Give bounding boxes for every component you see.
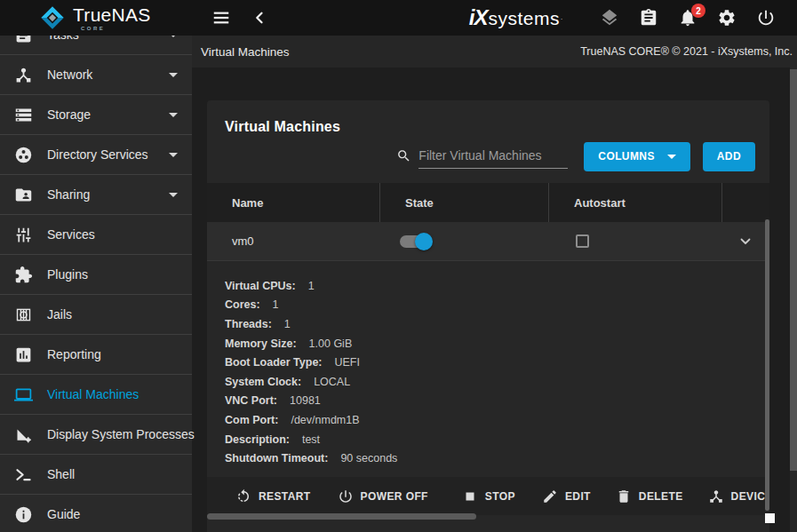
network-icon — [12, 64, 34, 85]
sharing-folder-icon — [12, 184, 34, 205]
table-row[interactable]: vm0 — [207, 222, 769, 261]
sidebar-item-label: Directory Services — [47, 147, 148, 162]
devices-button[interactable]: DEVICES — [708, 488, 769, 504]
chevron-down-icon — [667, 155, 676, 159]
breadcrumb[interactable]: Virtual Machines — [201, 45, 290, 59]
detail-row: Threads:1 — [225, 314, 769, 334]
power-off-icon — [338, 488, 354, 504]
truenas-app: Tasks Network Storage — [0, 0, 797, 532]
settings-gear-icon[interactable] — [717, 8, 737, 28]
autostart-checkbox[interactable] — [576, 234, 589, 248]
power-off-button[interactable]: POWER OFF — [338, 488, 428, 504]
detail-row: Boot Loader Type:UEFI — [225, 353, 769, 372]
virtual-machines-laptop-icon — [12, 384, 34, 405]
chevron-left-icon[interactable] — [250, 7, 271, 28]
horizontal-scrollbar[interactable] — [207, 513, 476, 520]
breadcrumb-bar: Virtual Machines TrueNAS CORE® © 2021 - … — [192, 36, 797, 67]
storage-icon — [12, 104, 34, 125]
truecommand-layers-icon[interactable] — [600, 8, 619, 28]
chevron-down-icon — [169, 73, 178, 77]
truenas-logo[interactable]: TrueNAS CORE — [0, 4, 192, 31]
directory-services-icon — [12, 144, 34, 165]
sidebar-item-label: Network — [47, 67, 92, 82]
stop-icon — [462, 488, 478, 504]
restart-icon — [235, 488, 251, 504]
reporting-chart-icon — [12, 344, 34, 365]
detail-row: Shutdown Timeout:90 seconds — [225, 449, 769, 468]
state-toggle[interactable] — [400, 235, 430, 248]
main-content: Virtual Machines COLUMNS ADD Name — [192, 67, 797, 532]
table-header-row: Name State Autostart — [207, 183, 769, 222]
columns-button[interactable]: COLUMNS — [584, 142, 689, 171]
system-processes-icon — [12, 424, 34, 445]
vm-detail-panel: Virtual CPUs:1 Cores:1 Threads:1 Memory … — [207, 261, 769, 477]
sidebar-item-sharing[interactable]: Sharing — [0, 175, 192, 215]
sidebar-item-virtual-machines[interactable]: Virtual Machines — [0, 375, 192, 415]
edit-button[interactable]: EDIT — [542, 488, 591, 504]
services-icon — [12, 224, 34, 245]
ix-text: systems — [488, 8, 560, 29]
sidebar-item-label: Display System Processes — [47, 427, 195, 441]
sidebar-item-label: Reporting — [47, 347, 101, 361]
jails-icon — [12, 304, 34, 325]
restart-button[interactable]: RESTART — [235, 488, 311, 504]
edit-pencil-icon — [542, 488, 558, 504]
stop-button[interactable]: STOP — [462, 488, 515, 504]
sidebar-item-network[interactable]: Network — [0, 55, 192, 95]
trash-icon — [616, 488, 632, 504]
search-icon — [396, 148, 411, 163]
sidebar-item-guide[interactable]: Guide — [0, 495, 192, 532]
detail-row: Memory Size:1.00 GiB — [225, 334, 769, 353]
column-header-autostart[interactable]: Autostart — [549, 183, 722, 222]
sidebar-item-reporting[interactable]: Reporting — [0, 335, 192, 375]
logo-title: TrueNAS — [73, 5, 151, 24]
delete-button[interactable]: DELETE — [616, 488, 683, 504]
ixsystems-logo: iX systems ˙ — [469, 5, 563, 30]
chevron-down-icon — [169, 113, 178, 117]
sidebar-nav: Tasks Network Storage — [0, 0, 192, 532]
sidebar-item-directory-services[interactable]: Directory Services — [0, 135, 192, 175]
detail-row: Cores:1 — [225, 296, 769, 315]
virtual-machines-card: Virtual Machines COLUMNS ADD Name — [207, 100, 769, 532]
page-title: Virtual Machines — [225, 119, 769, 135]
page-scrollbar-thumb[interactable] — [790, 69, 797, 471]
detail-row: Com Port:/dev/nmdm1B — [225, 410, 769, 430]
vm-name: vm0 — [207, 234, 380, 248]
sidebar-item-display-system-processes[interactable]: Display System Processes — [0, 415, 192, 455]
table-vertical-scrollbar[interactable] — [765, 219, 769, 511]
sidebar-item-shell[interactable]: Shell — [0, 455, 192, 495]
sidebar-item-label: Virtual Machines — [47, 387, 139, 401]
chevron-down-icon — [169, 153, 178, 157]
notification-badge: 2 — [691, 4, 705, 18]
scrollbar-corner — [765, 513, 775, 523]
filter-input[interactable] — [418, 145, 568, 169]
notifications-bell-icon[interactable]: 2 — [678, 8, 697, 28]
truenas-logo-icon — [39, 4, 66, 31]
add-button[interactable]: ADD — [703, 142, 755, 171]
table-toolbar: COLUMNS ADD — [207, 141, 769, 171]
power-icon[interactable] — [756, 8, 776, 28]
sidebar-item-storage[interactable]: Storage — [0, 95, 192, 135]
sidebar-item-label: Plugins — [47, 267, 88, 282]
hamburger-menu-icon[interactable] — [211, 7, 232, 28]
column-header-actions — [722, 183, 769, 222]
copyright-text: TrueNAS CORE® © 2021 - iXsystems, Inc. — [580, 45, 793, 58]
sidebar-item-plugins[interactable]: Plugins — [0, 255, 192, 295]
sidebar-item-services[interactable]: Services — [0, 215, 192, 255]
detail-row: VNC Port:10981 — [225, 392, 769, 411]
sidebar-item-label: Services — [47, 227, 95, 242]
detail-row: System Clock:LOCAL — [225, 372, 769, 392]
sidebar-item-label: Sharing — [47, 187, 90, 202]
column-header-name[interactable]: Name — [207, 183, 380, 222]
sidebar-item-label: Shell — [47, 467, 75, 481]
sidebar-item-jails[interactable]: Jails — [0, 295, 192, 335]
sidebar-item-label: Guide — [47, 507, 80, 521]
shell-terminal-icon — [12, 464, 34, 485]
app-header: TrueNAS CORE iX systems ˙ 2 — [0, 0, 797, 36]
column-header-state[interactable]: State — [380, 183, 549, 222]
plugins-puzzle-icon — [12, 264, 34, 285]
sidebar-list: Tasks Network Storage — [0, 0, 192, 532]
detail-row: Description:test — [225, 430, 769, 449]
clipboard-icon[interactable] — [639, 8, 658, 28]
header-right-cluster: iX systems ˙ 2 — [469, 5, 797, 30]
